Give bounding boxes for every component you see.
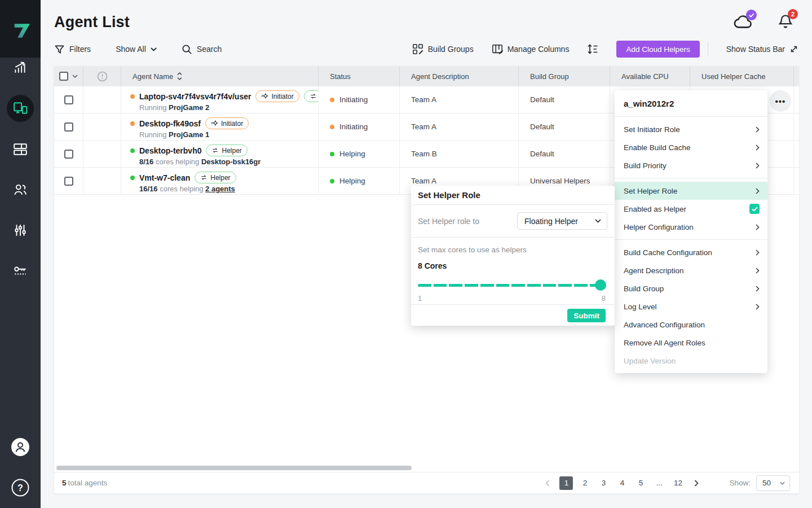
filters-button[interactable]: Filters bbox=[54, 44, 91, 55]
row-actions-button[interactable]: ••• bbox=[770, 90, 791, 112]
app-root: ? Agent List 2 bbox=[0, 0, 812, 508]
row-checkbox[interactable] bbox=[64, 177, 73, 186]
menu-item-helper-configuration[interactable]: Helper Configuration bbox=[615, 218, 767, 236]
page-button[interactable]: 12 bbox=[671, 476, 685, 490]
column-available-cpu[interactable]: Available CPU bbox=[621, 72, 669, 81]
menu-item-enabled-as-helper[interactable]: Enabled as Helper bbox=[615, 200, 767, 218]
menu-item-log-level[interactable]: Log Level bbox=[615, 297, 767, 316]
helped-agents-link[interactable]: 2 agents bbox=[205, 185, 235, 193]
helper-role-select[interactable]: Floating Helper bbox=[517, 212, 607, 230]
build-groups-button[interactable]: Build Groups bbox=[412, 43, 474, 55]
incredibuild-logo-icon bbox=[10, 18, 31, 40]
build-group-cell: Default bbox=[519, 113, 610, 140]
row-checkbox[interactable] bbox=[64, 95, 73, 104]
page-button[interactable]: 4 bbox=[615, 476, 629, 490]
menu-item-agent-description[interactable]: Agent Description bbox=[615, 261, 767, 279]
row-checkbox[interactable] bbox=[64, 122, 73, 132]
menu-item-build-cache-configuration[interactable]: Build Cache Configuration bbox=[615, 243, 767, 261]
column-agent-name[interactable]: Agent Name bbox=[133, 72, 173, 81]
sidebar: ? bbox=[0, 0, 41, 508]
horizontal-scrollbar[interactable] bbox=[54, 464, 799, 472]
status-dot bbox=[330, 98, 334, 102]
column-status[interactable]: Status bbox=[330, 72, 351, 81]
agent-subtext: 16/16 cores helping 2 agents bbox=[139, 185, 318, 193]
helper-role-label: Set Helper role to bbox=[418, 217, 479, 226]
page-size-value: 50 bbox=[762, 479, 771, 487]
menu-item-enable-build-cache[interactable]: Enable Build Cache bbox=[615, 138, 767, 156]
cloud-status-button[interactable] bbox=[733, 14, 753, 32]
panel-divider bbox=[411, 204, 615, 205]
sidebar-item-dashboard[interactable] bbox=[0, 47, 41, 88]
agents-icon bbox=[13, 101, 28, 116]
panel-title: Set Helper Role bbox=[418, 190, 480, 200]
search-label: Search bbox=[197, 45, 222, 54]
menu-item-build-priority[interactable]: Build Priority bbox=[615, 156, 767, 174]
sidebar-item-agents[interactable] bbox=[0, 88, 41, 129]
agent-description-cell: Team A bbox=[400, 113, 519, 140]
menu-item-build-group[interactable]: Build Group bbox=[615, 279, 767, 297]
status-dot bbox=[330, 125, 334, 129]
help-button[interactable]: ? bbox=[11, 478, 30, 500]
page-button[interactable]: 5 bbox=[634, 476, 647, 490]
show-status-bar-button[interactable]: Show Status Bar bbox=[726, 45, 798, 54]
prev-page-button[interactable] bbox=[541, 476, 554, 490]
page-button[interactable]: 1 bbox=[559, 476, 573, 490]
page-button[interactable]: 2 bbox=[578, 476, 592, 490]
panel-divider bbox=[411, 237, 615, 238]
cores-slider[interactable] bbox=[418, 279, 605, 291]
slider-track[interactable] bbox=[418, 284, 605, 287]
sidebar-item-license[interactable] bbox=[0, 251, 41, 291]
notifications-button[interactable]: 2 bbox=[778, 14, 793, 32]
row-checkbox[interactable] bbox=[64, 150, 73, 159]
page-button[interactable]: 3 bbox=[597, 476, 610, 490]
chevron-right-icon bbox=[756, 286, 760, 292]
menu-item-set-helper-role[interactable]: Set Helper Role bbox=[615, 182, 767, 200]
submit-button[interactable]: Submit bbox=[567, 309, 606, 322]
next-page-button[interactable] bbox=[690, 476, 703, 490]
menu-item-set-initiator-role[interactable]: Set Initiator Role bbox=[615, 120, 767, 138]
menu-item-advanced-configuration[interactable]: Advanced Configuration bbox=[615, 316, 767, 334]
badge-label: Initiator bbox=[271, 93, 293, 100]
sidebar-item-users[interactable] bbox=[0, 169, 41, 210]
page-size-select[interactable]: 50 bbox=[756, 475, 790, 491]
sidebar-item-settings[interactable] bbox=[0, 210, 41, 251]
helper-role-value: Floating Helper bbox=[524, 217, 578, 226]
search-button[interactable]: Search bbox=[182, 44, 222, 55]
user-avatar[interactable] bbox=[11, 437, 30, 459]
manage-columns-button[interactable]: Manage Columns bbox=[492, 43, 570, 55]
menu-item-remove-all-agent-roles[interactable]: Remove All Agent Roles bbox=[615, 334, 767, 352]
select-menu-chevron-icon[interactable] bbox=[72, 75, 78, 78]
status-dot bbox=[330, 152, 334, 156]
sidebar-item-build-groups[interactable] bbox=[0, 129, 41, 169]
page-size-group: Show: 50 bbox=[729, 475, 790, 491]
agent-subtext: Running ProjGame 1 bbox=[139, 130, 318, 139]
checked-checkbox-icon[interactable] bbox=[749, 204, 760, 214]
scrollbar-thumb[interactable] bbox=[56, 466, 412, 470]
sliders-icon bbox=[13, 223, 28, 238]
cores-value: 8 Cores bbox=[418, 261, 447, 270]
badge-label: Helper bbox=[222, 147, 241, 155]
column-build-group[interactable]: Build Group bbox=[530, 72, 569, 81]
agent-name: Laptop-sv4r7f4vsv4r7f4v/user bbox=[139, 92, 251, 101]
add-cloud-helpers-button[interactable]: Add Cloud Helpers bbox=[616, 41, 699, 58]
helper-arrows-icon bbox=[310, 93, 317, 99]
sort-carets-icon[interactable] bbox=[177, 72, 182, 80]
table-header: Agent Name Status Agent Description Buil… bbox=[54, 66, 799, 86]
sort-rows-button[interactable] bbox=[587, 43, 598, 55]
chevron-right-icon bbox=[756, 163, 760, 169]
build-groups-label: Build Groups bbox=[428, 45, 474, 54]
initiator-pin-icon bbox=[211, 120, 218, 126]
agent-subtext: 8/16 cores helping Desktop-bsk16gr bbox=[139, 157, 318, 166]
slider-thumb[interactable] bbox=[595, 279, 606, 291]
column-used-helper-cache[interactable]: Used Helper Cache bbox=[701, 72, 765, 81]
toolbar-left: Filters Show All Search bbox=[54, 44, 246, 55]
select-all-checkbox[interactable] bbox=[59, 72, 68, 81]
column-description[interactable]: Agent Description bbox=[411, 72, 469, 81]
agent-state-dot bbox=[130, 148, 135, 153]
chevron-down-icon bbox=[780, 481, 785, 485]
helper-badge: Helper bbox=[304, 90, 319, 102]
total-count: 5 bbox=[62, 479, 67, 487]
menu-item-update-version: Update Version bbox=[615, 352, 767, 370]
show-all-dropdown[interactable]: Show All bbox=[116, 45, 157, 54]
helper-badge: Helper bbox=[195, 172, 236, 183]
